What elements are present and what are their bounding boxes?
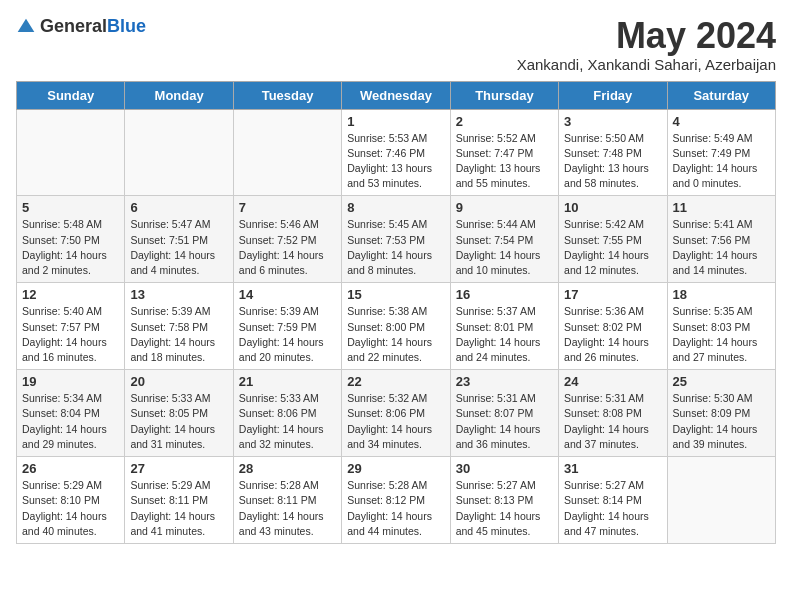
weekday-header-friday: Friday (559, 81, 667, 109)
generalblue-logo-icon (16, 17, 36, 37)
logo-text: GeneralBlue (40, 16, 146, 37)
calendar-cell: 31Sunrise: 5:27 AM Sunset: 8:14 PM Dayli… (559, 457, 667, 544)
day-number: 6 (130, 200, 227, 215)
day-info: Sunrise: 5:39 AM Sunset: 7:59 PM Dayligh… (239, 304, 336, 365)
calendar-table: SundayMondayTuesdayWednesdayThursdayFrid… (16, 81, 776, 544)
day-number: 27 (130, 461, 227, 476)
calendar-cell: 17Sunrise: 5:36 AM Sunset: 8:02 PM Dayli… (559, 283, 667, 370)
day-info: Sunrise: 5:36 AM Sunset: 8:02 PM Dayligh… (564, 304, 661, 365)
calendar-cell (667, 457, 775, 544)
logo-general: General (40, 16, 107, 36)
day-info: Sunrise: 5:47 AM Sunset: 7:51 PM Dayligh… (130, 217, 227, 278)
day-info: Sunrise: 5:29 AM Sunset: 8:11 PM Dayligh… (130, 478, 227, 539)
calendar-cell: 12Sunrise: 5:40 AM Sunset: 7:57 PM Dayli… (17, 283, 125, 370)
day-number: 13 (130, 287, 227, 302)
weekday-header-wednesday: Wednesday (342, 81, 450, 109)
day-info: Sunrise: 5:35 AM Sunset: 8:03 PM Dayligh… (673, 304, 770, 365)
day-number: 10 (564, 200, 661, 215)
day-info: Sunrise: 5:28 AM Sunset: 8:11 PM Dayligh… (239, 478, 336, 539)
calendar-cell: 26Sunrise: 5:29 AM Sunset: 8:10 PM Dayli… (17, 457, 125, 544)
calendar-cell: 29Sunrise: 5:28 AM Sunset: 8:12 PM Dayli… (342, 457, 450, 544)
location-subtitle: Xankandi, Xankandi Sahari, Azerbaijan (517, 56, 776, 73)
day-number: 30 (456, 461, 553, 476)
weekday-header-row: SundayMondayTuesdayWednesdayThursdayFrid… (17, 81, 776, 109)
day-number: 3 (564, 114, 661, 129)
month-year-title: May 2024 (517, 16, 776, 56)
day-info: Sunrise: 5:53 AM Sunset: 7:46 PM Dayligh… (347, 131, 444, 192)
page-header: GeneralBlue May 2024 Xankandi, Xankandi … (16, 16, 776, 73)
day-number: 14 (239, 287, 336, 302)
day-number: 11 (673, 200, 770, 215)
calendar-cell (17, 109, 125, 196)
day-info: Sunrise: 5:33 AM Sunset: 8:06 PM Dayligh… (239, 391, 336, 452)
day-number: 29 (347, 461, 444, 476)
calendar-cell: 20Sunrise: 5:33 AM Sunset: 8:05 PM Dayli… (125, 370, 233, 457)
calendar-cell: 27Sunrise: 5:29 AM Sunset: 8:11 PM Dayli… (125, 457, 233, 544)
calendar-cell: 7Sunrise: 5:46 AM Sunset: 7:52 PM Daylig… (233, 196, 341, 283)
calendar-cell: 14Sunrise: 5:39 AM Sunset: 7:59 PM Dayli… (233, 283, 341, 370)
day-info: Sunrise: 5:38 AM Sunset: 8:00 PM Dayligh… (347, 304, 444, 365)
calendar-cell: 25Sunrise: 5:30 AM Sunset: 8:09 PM Dayli… (667, 370, 775, 457)
calendar-week-row: 5Sunrise: 5:48 AM Sunset: 7:50 PM Daylig… (17, 196, 776, 283)
day-info: Sunrise: 5:50 AM Sunset: 7:48 PM Dayligh… (564, 131, 661, 192)
day-info: Sunrise: 5:29 AM Sunset: 8:10 PM Dayligh… (22, 478, 119, 539)
day-info: Sunrise: 5:30 AM Sunset: 8:09 PM Dayligh… (673, 391, 770, 452)
day-number: 4 (673, 114, 770, 129)
day-info: Sunrise: 5:27 AM Sunset: 8:14 PM Dayligh… (564, 478, 661, 539)
day-info: Sunrise: 5:31 AM Sunset: 8:07 PM Dayligh… (456, 391, 553, 452)
day-number: 28 (239, 461, 336, 476)
day-number: 18 (673, 287, 770, 302)
weekday-header-thursday: Thursday (450, 81, 558, 109)
calendar-week-row: 19Sunrise: 5:34 AM Sunset: 8:04 PM Dayli… (17, 370, 776, 457)
day-number: 19 (22, 374, 119, 389)
day-info: Sunrise: 5:41 AM Sunset: 7:56 PM Dayligh… (673, 217, 770, 278)
day-number: 12 (22, 287, 119, 302)
day-info: Sunrise: 5:31 AM Sunset: 8:08 PM Dayligh… (564, 391, 661, 452)
calendar-cell: 9Sunrise: 5:44 AM Sunset: 7:54 PM Daylig… (450, 196, 558, 283)
day-number: 8 (347, 200, 444, 215)
calendar-cell: 21Sunrise: 5:33 AM Sunset: 8:06 PM Dayli… (233, 370, 341, 457)
calendar-cell: 30Sunrise: 5:27 AM Sunset: 8:13 PM Dayli… (450, 457, 558, 544)
day-info: Sunrise: 5:28 AM Sunset: 8:12 PM Dayligh… (347, 478, 444, 539)
day-number: 16 (456, 287, 553, 302)
calendar-cell: 6Sunrise: 5:47 AM Sunset: 7:51 PM Daylig… (125, 196, 233, 283)
svg-marker-0 (18, 18, 35, 31)
day-info: Sunrise: 5:49 AM Sunset: 7:49 PM Dayligh… (673, 131, 770, 192)
day-number: 23 (456, 374, 553, 389)
calendar-cell: 23Sunrise: 5:31 AM Sunset: 8:07 PM Dayli… (450, 370, 558, 457)
day-number: 26 (22, 461, 119, 476)
calendar-cell: 2Sunrise: 5:52 AM Sunset: 7:47 PM Daylig… (450, 109, 558, 196)
calendar-cell: 5Sunrise: 5:48 AM Sunset: 7:50 PM Daylig… (17, 196, 125, 283)
calendar-cell: 22Sunrise: 5:32 AM Sunset: 8:06 PM Dayli… (342, 370, 450, 457)
day-number: 21 (239, 374, 336, 389)
day-info: Sunrise: 5:45 AM Sunset: 7:53 PM Dayligh… (347, 217, 444, 278)
logo-blue: Blue (107, 16, 146, 36)
day-info: Sunrise: 5:32 AM Sunset: 8:06 PM Dayligh… (347, 391, 444, 452)
calendar-body: 1Sunrise: 5:53 AM Sunset: 7:46 PM Daylig… (17, 109, 776, 543)
calendar-week-row: 1Sunrise: 5:53 AM Sunset: 7:46 PM Daylig… (17, 109, 776, 196)
day-info: Sunrise: 5:34 AM Sunset: 8:04 PM Dayligh… (22, 391, 119, 452)
day-number: 2 (456, 114, 553, 129)
calendar-cell: 1Sunrise: 5:53 AM Sunset: 7:46 PM Daylig… (342, 109, 450, 196)
day-info: Sunrise: 5:44 AM Sunset: 7:54 PM Dayligh… (456, 217, 553, 278)
calendar-cell: 10Sunrise: 5:42 AM Sunset: 7:55 PM Dayli… (559, 196, 667, 283)
calendar-week-row: 26Sunrise: 5:29 AM Sunset: 8:10 PM Dayli… (17, 457, 776, 544)
day-number: 7 (239, 200, 336, 215)
day-info: Sunrise: 5:46 AM Sunset: 7:52 PM Dayligh… (239, 217, 336, 278)
day-number: 24 (564, 374, 661, 389)
calendar-cell: 11Sunrise: 5:41 AM Sunset: 7:56 PM Dayli… (667, 196, 775, 283)
day-info: Sunrise: 5:39 AM Sunset: 7:58 PM Dayligh… (130, 304, 227, 365)
calendar-cell: 8Sunrise: 5:45 AM Sunset: 7:53 PM Daylig… (342, 196, 450, 283)
day-number: 31 (564, 461, 661, 476)
weekday-header-saturday: Saturday (667, 81, 775, 109)
calendar-header: SundayMondayTuesdayWednesdayThursdayFrid… (17, 81, 776, 109)
calendar-cell (233, 109, 341, 196)
calendar-cell: 15Sunrise: 5:38 AM Sunset: 8:00 PM Dayli… (342, 283, 450, 370)
calendar-cell: 3Sunrise: 5:50 AM Sunset: 7:48 PM Daylig… (559, 109, 667, 196)
weekday-header-monday: Monday (125, 81, 233, 109)
day-info: Sunrise: 5:40 AM Sunset: 7:57 PM Dayligh… (22, 304, 119, 365)
day-info: Sunrise: 5:33 AM Sunset: 8:05 PM Dayligh… (130, 391, 227, 452)
title-block: May 2024 Xankandi, Xankandi Sahari, Azer… (517, 16, 776, 73)
calendar-cell: 28Sunrise: 5:28 AM Sunset: 8:11 PM Dayli… (233, 457, 341, 544)
calendar-cell: 18Sunrise: 5:35 AM Sunset: 8:03 PM Dayli… (667, 283, 775, 370)
